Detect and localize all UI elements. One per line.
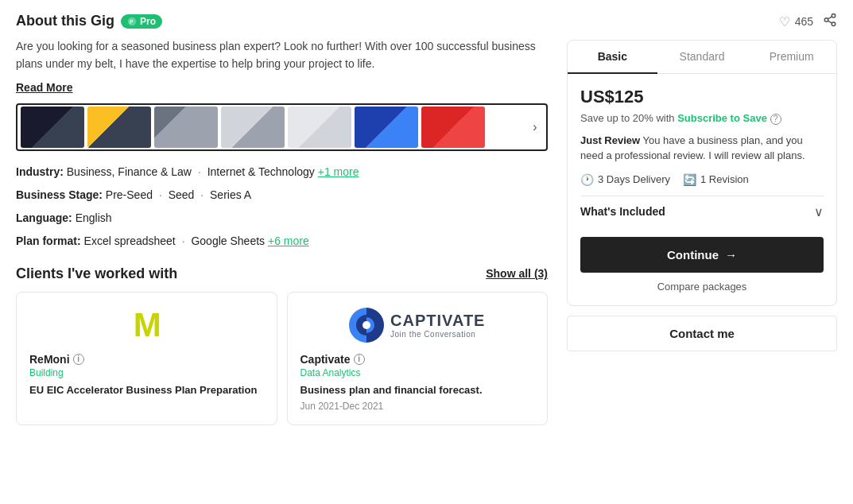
remoni-name-text: ReMoni: [29, 353, 70, 366]
language-label: Language:: [16, 211, 72, 224]
stage-label: Business Stage:: [16, 188, 103, 201]
gallery-thumb-2[interactable]: [87, 107, 151, 148]
share-icon: [823, 13, 837, 27]
tab-premium[interactable]: Premium: [746, 41, 836, 74]
show-all-link[interactable]: Show all (3): [486, 267, 548, 280]
continue-button[interactable]: Continue →: [580, 237, 824, 273]
like-count: 465: [795, 15, 813, 28]
gallery-thumb-4[interactable]: [221, 107, 285, 148]
stage-value-1: Pre-Seed: [106, 188, 156, 201]
meta-dot-2: ·: [159, 188, 162, 201]
right-top-actions: ♡ 465: [567, 13, 837, 30]
gallery-thumb-6[interactable]: [355, 107, 418, 148]
gallery-inner: [17, 103, 527, 151]
revision-icon: 🔄: [683, 173, 696, 186]
svg-line-7: [828, 21, 832, 23]
chevron-down-icon: ∨: [814, 204, 824, 219]
captivate-logo-inner: CAPTIVATE Join the Conversation: [349, 308, 485, 343]
right-panel: ♡ 465 Basic Standard Premium US$125: [567, 13, 837, 425]
industry-value-1: Business, Finance & Law: [67, 165, 195, 178]
gallery: ›: [16, 103, 548, 151]
remoni-name: ReMoni i: [29, 353, 264, 366]
revision-meta: 🔄 1 Revision: [683, 173, 749, 186]
about-title: About this Gig: [16, 13, 114, 29]
format-value-1: Excel spreadsheet: [84, 235, 179, 247]
share-button[interactable]: [823, 13, 837, 30]
gallery-thumb-3[interactable]: [154, 107, 218, 148]
package-desc: Just Review You have a business plan, an…: [580, 133, 824, 164]
about-header: About this Gig P Pro: [16, 13, 548, 29]
pro-badge-text: Pro: [140, 16, 156, 27]
pro-badge: P Pro: [121, 14, 162, 29]
gallery-thumb-1[interactable]: [21, 107, 84, 148]
meta-dot-3: ·: [200, 188, 204, 201]
captivate-date: Jun 2021-Dec 2021: [300, 401, 535, 412]
captivate-name: CAPTIVATE: [390, 312, 485, 330]
price-row: US$125: [580, 87, 824, 107]
remoni-info-icon[interactable]: i: [73, 354, 84, 365]
package-body: US$125 Save up to 20% with Subscribe to …: [568, 74, 836, 305]
heart-icon: ♡: [779, 14, 790, 29]
package-meta: 🕐 3 Days Delivery 🔄 1 Revision: [580, 173, 824, 186]
client-card-captivate: CAPTIVATE Join the Conversation Captivat…: [287, 292, 549, 425]
captivate-tag: Data Analytics: [300, 367, 535, 378]
client-card-remoni: M ReMoni i Building EU EIC Accelerator B…: [16, 292, 277, 425]
captivate-project: Business plan and financial forecast.: [300, 383, 535, 397]
svg-text:P: P: [130, 19, 134, 25]
stage-value-3: Series A: [210, 188, 251, 201]
clock-icon: 🕐: [580, 173, 594, 186]
svg-point-3: [363, 321, 370, 329]
svg-point-5: [824, 18, 828, 22]
clients-header: Clients I've worked with Show all (3): [16, 266, 548, 282]
revision-text: 1 Revision: [700, 173, 749, 185]
gallery-next-button[interactable]: ›: [527, 105, 546, 149]
compare-packages-link[interactable]: Compare packages: [580, 281, 824, 293]
read-more-link[interactable]: Read More: [16, 81, 73, 94]
subscribe-link[interactable]: Subscribe to Save: [677, 112, 767, 124]
captivate-client-name: Captivate i: [300, 353, 535, 366]
whats-included-row[interactable]: What's Included ∨: [580, 196, 824, 227]
captivate-info-icon[interactable]: i: [354, 354, 365, 365]
captivate-logo: CAPTIVATE Join the Conversation: [300, 305, 535, 345]
format-more-link[interactable]: +6 more: [268, 235, 309, 247]
stage-value-2: Seed: [169, 188, 198, 201]
save-text: Save up to 20% with: [580, 112, 675, 124]
industry-more-link[interactable]: +1 more: [318, 165, 359, 178]
format-label: Plan format:: [16, 235, 81, 247]
svg-point-4: [832, 14, 836, 18]
svg-line-8: [828, 17, 832, 19]
captivate-sub: Join the Conversation: [390, 330, 485, 339]
industry-row: Industry: Business, Finance & Law · Inte…: [16, 164, 548, 180]
contact-button[interactable]: Contact me: [567, 316, 837, 351]
tab-basic[interactable]: Basic: [568, 41, 657, 74]
stage-row: Business Stage: Pre-Seed · Seed · Series…: [16, 187, 548, 204]
clients-title: Clients I've worked with: [16, 266, 177, 282]
gallery-thumb-7[interactable]: [421, 107, 485, 148]
industry-value-2: Internet & Technology: [207, 165, 318, 178]
continue-arrow-icon: →: [725, 248, 737, 262]
pro-badge-icon: P: [127, 17, 137, 26]
left-panel: About this Gig P Pro Are you looking for…: [16, 13, 548, 425]
industry-label: Industry:: [16, 165, 64, 178]
clients-section: Clients I've worked with Show all (3) M …: [16, 266, 548, 425]
meta-dot-1: ·: [198, 165, 201, 178]
captivate-icon: [349, 308, 384, 343]
package-card: Basic Standard Premium US$125 Save up to…: [567, 40, 837, 306]
remoni-tag: Building: [29, 367, 264, 378]
language-value: English: [76, 211, 112, 224]
package-tabs: Basic Standard Premium: [568, 41, 836, 74]
format-value-2: Google Sheets: [191, 235, 268, 247]
delivery-meta: 🕐 3 Days Delivery: [580, 173, 670, 186]
package-desc-bold: Just Review: [580, 134, 640, 146]
meta-section: Industry: Business, Finance & Law · Inte…: [16, 164, 548, 250]
svg-point-6: [832, 22, 836, 26]
gig-description: Are you looking for a seasoned business …: [16, 37, 548, 73]
format-row: Plan format: Excel spreadsheet · Google …: [16, 233, 548, 250]
help-icon[interactable]: ?: [770, 114, 781, 125]
tab-standard[interactable]: Standard: [657, 41, 747, 74]
gallery-thumb-5[interactable]: [288, 107, 351, 148]
language-row: Language: English: [16, 210, 548, 227]
save-row: Save up to 20% with Subscribe to Save ?: [580, 112, 824, 125]
like-button[interactable]: ♡ 465: [779, 14, 813, 29]
meta-dot-4: ·: [182, 235, 185, 247]
